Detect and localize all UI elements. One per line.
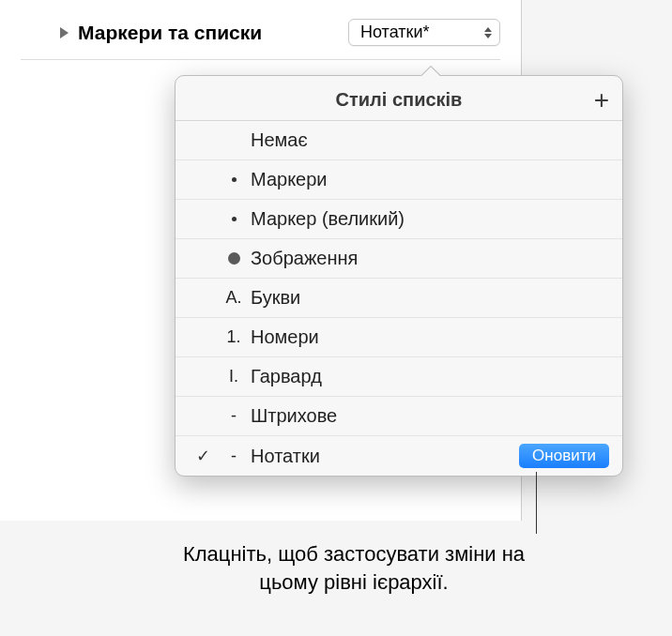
style-item-label: Номери xyxy=(251,326,609,348)
bullet-preview-icon: - xyxy=(217,406,251,426)
list-style-dropdown[interactable]: Нотатки* xyxy=(348,19,500,46)
list-styles-popover: Стилі списків + НемаєМаркериМаркер (вели… xyxy=(175,75,623,477)
popover-tip-icon xyxy=(420,66,440,76)
style-item-label: Немає xyxy=(251,129,609,151)
checkmark-icon: ✓ xyxy=(189,446,217,466)
bullets-lists-section: Маркери та списки Нотатки* xyxy=(21,0,500,60)
style-item[interactable]: Немає xyxy=(176,121,622,160)
popover-header: Стилі списків + xyxy=(176,76,622,121)
bullet-preview-icon xyxy=(217,217,251,221)
popover-title: Стилі списків xyxy=(336,89,463,111)
style-item[interactable]: ✓-НотаткиОновити xyxy=(176,436,622,476)
disclosure-triangle-icon[interactable] xyxy=(60,27,69,38)
update-button[interactable]: Оновити xyxy=(519,444,609,468)
style-item[interactable]: I.Гарвард xyxy=(176,357,622,397)
style-item[interactable]: A.Букви xyxy=(176,279,622,318)
style-item[interactable]: 1.Номери xyxy=(176,318,622,357)
style-item-label: Гарвард xyxy=(251,366,609,387)
plus-icon: + xyxy=(594,85,609,114)
dropdown-value: Нотатки* xyxy=(360,23,429,42)
style-item[interactable]: -Штрихове xyxy=(176,397,622,436)
bullet-preview-icon: I. xyxy=(217,367,251,386)
style-item-label: Зображення xyxy=(251,248,609,269)
style-item-label: Маркер (великий) xyxy=(251,208,609,230)
bullet-preview-icon: - xyxy=(217,447,251,466)
bullet-preview-icon: 1. xyxy=(217,327,251,347)
section-label: Маркери та списки xyxy=(78,22,348,44)
bullet-preview-icon xyxy=(217,252,251,265)
callout-text: Клацніть, щоб застосувати зміни на цьому… xyxy=(152,540,556,596)
style-item[interactable]: Маркер (великий) xyxy=(176,200,622,239)
add-style-button[interactable]: + xyxy=(594,87,609,114)
updown-arrows-icon xyxy=(484,27,492,38)
callout-leader-line xyxy=(536,472,537,534)
bullet-preview-icon xyxy=(217,177,251,182)
style-item-label: Нотатки xyxy=(251,446,512,467)
bullet-preview-icon: A. xyxy=(217,288,251,308)
style-list: НемаєМаркериМаркер (великий)ЗображенняA.… xyxy=(176,121,622,476)
style-item-label: Маркери xyxy=(251,169,609,190)
style-item-label: Штрихове xyxy=(251,405,609,427)
style-item[interactable]: Зображення xyxy=(176,239,622,279)
style-item[interactable]: Маркери xyxy=(176,160,622,200)
style-item-label: Букви xyxy=(251,287,609,309)
